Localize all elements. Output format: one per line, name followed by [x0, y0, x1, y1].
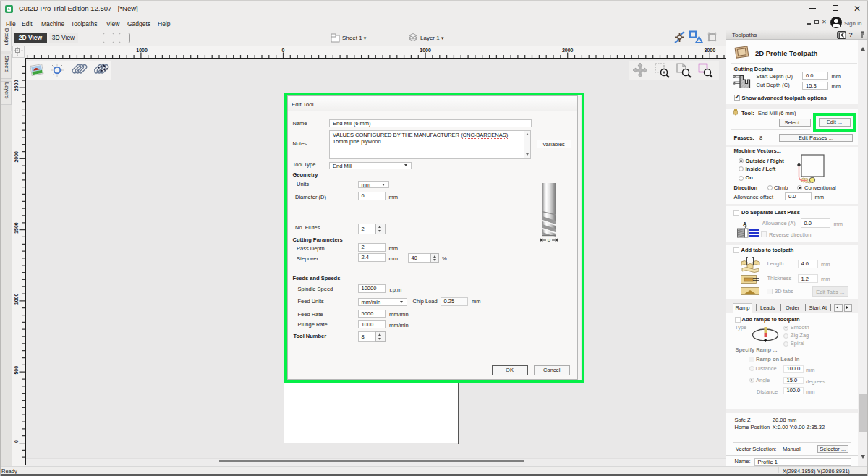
svg-text:3000: 3000 — [705, 48, 716, 53]
svg-text:0: 0 — [14, 440, 19, 443]
svg-text:500: 500 — [14, 366, 19, 375]
svg-text:0: 0 — [282, 48, 285, 53]
svg-text:2000: 2000 — [562, 48, 574, 53]
svg-text:1000: 1000 — [14, 294, 19, 305]
svg-text:1500: 1500 — [14, 222, 19, 234]
svg-text:2500: 2500 — [14, 80, 19, 92]
svg-text:2000: 2000 — [14, 151, 19, 163]
svg-text:-1000: -1000 — [135, 48, 148, 53]
svg-text:1000: 1000 — [420, 48, 431, 53]
